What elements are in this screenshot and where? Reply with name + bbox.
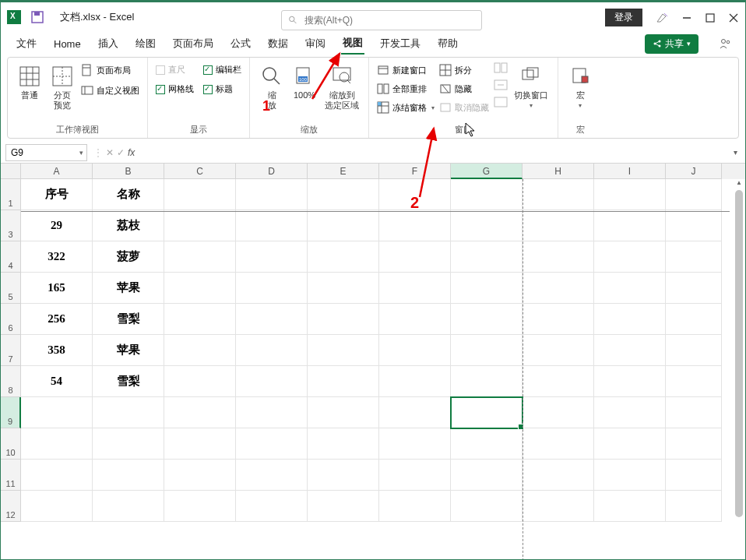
cell[interactable] xyxy=(308,366,379,397)
row-header[interactable]: 11 xyxy=(1,460,21,491)
cell[interactable] xyxy=(379,304,451,335)
cell[interactable]: 序号 xyxy=(21,179,93,210)
cell[interactable] xyxy=(236,397,308,428)
clear-format-icon[interactable] xyxy=(655,11,669,25)
cell[interactable] xyxy=(379,491,451,522)
cell[interactable] xyxy=(523,460,594,491)
cell[interactable] xyxy=(379,335,451,366)
cell[interactable] xyxy=(236,273,308,304)
col-header-h[interactable]: H xyxy=(523,164,594,179)
cell[interactable] xyxy=(93,397,164,428)
cell[interactable] xyxy=(93,428,164,460)
pagebreak-preview-button[interactable]: 分页 预览 xyxy=(48,62,76,112)
cell[interactable] xyxy=(594,397,666,428)
fx-icon[interactable]: fx xyxy=(128,147,135,158)
cell[interactable]: 苹果 xyxy=(93,273,164,304)
cell[interactable] xyxy=(236,179,308,210)
zoom-100-button[interactable]: 100 100% xyxy=(290,62,318,102)
cell[interactable] xyxy=(236,428,308,460)
cell[interactable] xyxy=(379,273,451,304)
cell[interactable] xyxy=(236,366,308,397)
row-header[interactable]: 10 xyxy=(1,428,21,460)
cell[interactable] xyxy=(379,428,451,460)
cell[interactable] xyxy=(594,210,666,241)
menu-layout[interactable]: 页面布局 xyxy=(171,33,215,54)
col-header-f[interactable]: F xyxy=(379,164,451,179)
cell[interactable] xyxy=(594,335,666,366)
cell[interactable]: 29 xyxy=(21,210,93,241)
share-button[interactable]: 共享 ▾ xyxy=(645,34,698,54)
spreadsheet-grid[interactable]: A B C D E F G H I J 1序号名称329荔枝4322菠萝5165… xyxy=(1,164,745,560)
cell[interactable]: 苹果 xyxy=(93,335,164,366)
cell[interactable] xyxy=(308,273,379,304)
cancel-formula-icon[interactable]: ✕ xyxy=(106,147,114,158)
freeze-panes-button[interactable]: 冻结窗格▾ xyxy=(377,100,435,115)
macros-button[interactable]: 宏 ▾ xyxy=(566,62,594,111)
cell[interactable] xyxy=(93,460,164,491)
menu-help[interactable]: 帮助 xyxy=(436,33,459,54)
cell[interactable] xyxy=(523,428,594,460)
cell[interactable] xyxy=(666,241,722,273)
cell[interactable] xyxy=(308,335,379,366)
cell[interactable] xyxy=(666,304,722,335)
chevron-down-icon[interactable]: ▾ xyxy=(79,149,83,157)
cell[interactable] xyxy=(164,304,236,335)
zoom-selection-button[interactable]: 缩放到 选定区域 xyxy=(323,62,361,112)
cell[interactable] xyxy=(666,460,722,491)
col-header-j[interactable]: J xyxy=(666,164,722,179)
cell[interactable] xyxy=(21,460,93,491)
save-icon[interactable] xyxy=(30,10,44,24)
menu-formulas[interactable]: 公式 xyxy=(229,33,252,54)
cell[interactable] xyxy=(666,210,722,241)
cell[interactable] xyxy=(21,397,93,428)
row-header[interactable]: 4 xyxy=(1,241,21,273)
cell[interactable]: 256 xyxy=(21,304,93,335)
cell[interactable] xyxy=(523,366,594,397)
menu-draw[interactable]: 绘图 xyxy=(134,33,157,54)
cell[interactable] xyxy=(164,428,236,460)
cell[interactable] xyxy=(451,397,523,428)
formula-input[interactable] xyxy=(141,144,734,161)
cell[interactable]: 358 xyxy=(21,335,93,366)
cell[interactable] xyxy=(666,366,722,397)
cell[interactable] xyxy=(379,366,451,397)
cell[interactable] xyxy=(308,397,379,428)
cell[interactable] xyxy=(666,491,722,522)
cell[interactable] xyxy=(523,179,594,210)
row-header[interactable]: 1 xyxy=(1,179,21,210)
cell[interactable] xyxy=(21,428,93,460)
cell[interactable] xyxy=(523,210,594,241)
row-header[interactable]: 12 xyxy=(1,491,21,522)
cell[interactable] xyxy=(594,273,666,304)
cell[interactable]: 菠萝 xyxy=(93,241,164,273)
minimize-button[interactable] xyxy=(681,12,692,23)
cell[interactable] xyxy=(451,304,523,335)
switch-windows-button[interactable]: 切换窗口 ▾ xyxy=(512,62,550,111)
cell[interactable]: 雪梨 xyxy=(93,304,164,335)
cell[interactable] xyxy=(308,460,379,491)
cell[interactable] xyxy=(451,210,523,241)
cell[interactable] xyxy=(523,397,594,428)
gridlines-check[interactable]: 网格线 xyxy=(156,82,194,97)
cell[interactable] xyxy=(21,491,93,522)
split-button[interactable]: 拆分 xyxy=(439,62,489,78)
cell[interactable] xyxy=(164,273,236,304)
login-button[interactable]: 登录 xyxy=(605,9,642,26)
normal-view-button[interactable]: 普通 xyxy=(16,62,44,102)
cell[interactable] xyxy=(308,491,379,522)
col-header-g[interactable]: G xyxy=(451,164,523,179)
cell[interactable] xyxy=(594,428,666,460)
col-header-b[interactable]: B xyxy=(93,164,164,179)
cell[interactable] xyxy=(308,428,379,460)
select-all-corner[interactable] xyxy=(1,164,21,179)
cell[interactable]: 322 xyxy=(21,241,93,273)
cell[interactable]: 名称 xyxy=(93,179,164,210)
cell[interactable] xyxy=(666,335,722,366)
cell[interactable] xyxy=(594,460,666,491)
cell[interactable] xyxy=(236,210,308,241)
scroll-up-icon[interactable]: ▲ xyxy=(734,179,744,188)
cell[interactable] xyxy=(164,460,236,491)
cell[interactable] xyxy=(308,241,379,273)
arrange-all-button[interactable]: 全部重排 xyxy=(377,81,435,97)
cell[interactable] xyxy=(523,491,594,522)
